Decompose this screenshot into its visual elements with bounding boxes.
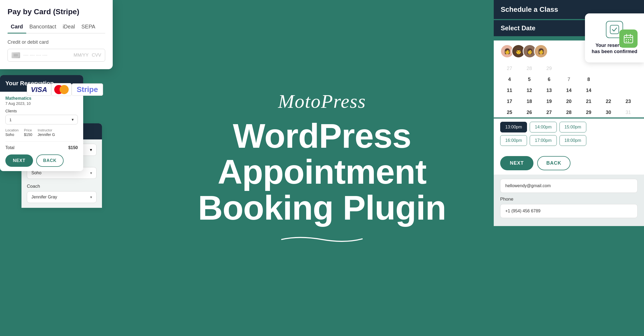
cal-week-3: 17 18 19 20 21 22 23 (500, 97, 638, 106)
tab-sepa[interactable]: SEPA (78, 22, 98, 33)
cal-cell: 28 (520, 64, 539, 73)
cal-cell (559, 64, 578, 73)
cal-cell[interactable]: 4 (500, 75, 519, 84)
res-service-name: Mathematics (5, 96, 78, 101)
cal-cell: 31 (619, 108, 638, 117)
time-slots: 13:00pm 14:00pm 15:00pm 16:00pm 17:00pm … (494, 119, 644, 152)
cal-week-2: 11 12 13 14 14 (500, 86, 638, 95)
cal-cell[interactable]: 14 (579, 86, 598, 95)
reservation-body: Mathematics 7 Aug 2023, 10 Clients 1 ▾ L… (0, 92, 83, 171)
card-input-row[interactable]: ···· ···· ···· ···· MM/YY CVV (8, 49, 105, 62)
res-action-buttons: NEXT BACK (5, 154, 78, 167)
cal-cell[interactable]: 27 (540, 108, 558, 117)
time-slot-1400[interactable]: 14:00pm (530, 122, 557, 132)
tab-ideal[interactable]: iDeal (60, 22, 78, 33)
location-meta: Location Soho (5, 128, 19, 137)
cal-cell (619, 75, 638, 84)
payment-tabs: Card Bancontact iDeal SEPA (8, 22, 105, 34)
svg-point-6 (626, 39, 627, 40)
svg-rect-1 (14, 54, 18, 56)
cal-cell (579, 64, 598, 73)
cal-cell (619, 64, 638, 73)
cal-cell[interactable]: 29 (579, 108, 598, 117)
time-slot-1500[interactable]: 15:00pm (559, 122, 586, 132)
time-slot-1700[interactable]: 17:00pm (530, 135, 557, 146)
cal-cell (599, 86, 618, 95)
coach-arrow-icon: ▾ (90, 195, 92, 199)
cal-cell[interactable]: 22 (599, 97, 618, 106)
time-row-2: 16:00pm 17:00pm 18:00pm (500, 135, 638, 146)
price-meta: Price $150 (24, 128, 32, 137)
cal-cell[interactable]: 20 (559, 97, 578, 106)
instructor-meta: Instructor Jennifer G (38, 128, 55, 137)
cal-cell[interactable]: 8 (579, 75, 598, 84)
cal-cell[interactable]: 12 (520, 86, 539, 95)
tab-bancontact[interactable]: Bancontact (26, 22, 60, 33)
right-panel: Schedule a Class Select Date 👩 👨 👩 👩 27 … (494, 0, 644, 226)
credit-debit-label: Credit or debit card (8, 39, 105, 45)
cal-cell[interactable]: 25 (500, 108, 519, 117)
svg-point-10 (628, 41, 629, 42)
time-slot-1300[interactable]: 13:00pm (500, 122, 527, 132)
tab-card[interactable]: Card (8, 22, 26, 33)
cal-cell[interactable]: 17 (500, 97, 519, 106)
cal-week-0: 27 28 29 (500, 64, 638, 73)
email-input[interactable]: hellowendy@gmail.com (500, 179, 638, 193)
card-mmyy: MM/YY (74, 53, 89, 58)
calendar-action-buttons: NEXT BACK (494, 152, 644, 175)
cal-cell[interactable]: 23 (619, 97, 638, 106)
calendar-back-button[interactable]: BACK (537, 156, 570, 170)
main-title: WordPress Appointment Booking Plugin (198, 118, 446, 226)
cal-cell (599, 75, 618, 84)
coach-select[interactable]: Jennifer Gray ▾ (27, 191, 97, 203)
coach-form-group: Coach Jennifer Gray ▾ (27, 184, 97, 203)
card-number-placeholder: ···· ···· ···· ···· (23, 53, 70, 58)
cal-cell[interactable]: 5 (520, 75, 539, 84)
total-row: Total $150 (5, 141, 78, 150)
res-date: 7 Aug 2023, 10 (5, 101, 78, 106)
phone-input[interactable]: +1 (954) 456 6789 (500, 204, 638, 218)
reservation-next-button[interactable]: NEXT (5, 154, 33, 167)
cal-cell (619, 86, 638, 95)
phone-label: Phone (500, 197, 638, 202)
cal-cell[interactable]: 11 (500, 86, 519, 95)
brand-name: MotoPress (198, 90, 446, 112)
cal-cell: 29 (540, 64, 558, 73)
cal-cell[interactable]: 30 (599, 108, 618, 117)
card-cvv: CVV (92, 53, 101, 58)
clients-select-arrow: ▾ (72, 117, 74, 122)
res-meta-row: Location Soho Price $150 Instructor Jenn… (5, 128, 78, 137)
svg-point-7 (628, 39, 629, 40)
pay-card-title: Pay by Card (Stripe) (8, 8, 105, 16)
cal-week-4: 25 26 27 28 29 30 31 (500, 108, 638, 117)
cal-cell[interactable]: 26 (520, 108, 539, 117)
mastercard-logo (51, 83, 72, 96)
cal-cell[interactable]: 21 (579, 97, 598, 106)
cal-cell (599, 64, 618, 73)
cal-week-1: 4 5 6 7 8 (500, 75, 638, 84)
cal-cell: 27 (500, 64, 519, 73)
pay-by-card-widget: Pay by Card (Stripe) Card Bancontact iDe… (0, 0, 113, 69)
cal-cell[interactable]: 19 (540, 97, 558, 106)
time-slot-1800[interactable]: 18:00pm (559, 135, 586, 146)
coach-label: Coach (27, 184, 97, 189)
location-arrow-icon: ▾ (90, 171, 92, 175)
clients-label: Clients (5, 109, 78, 113)
cal-cell-today[interactable]: 7 (559, 75, 578, 84)
cal-cell[interactable]: 6 (540, 75, 558, 84)
visa-logo: VISA (27, 84, 51, 96)
cal-cell[interactable]: 28 (559, 108, 578, 117)
time-slot-1600[interactable]: 16:00pm (500, 135, 527, 146)
cal-cell[interactable]: 18 (520, 97, 539, 106)
reservation-back-button[interactable]: BACK (36, 154, 64, 167)
cal-cell[interactable]: 14 (559, 86, 578, 95)
calendar-next-button[interactable]: NEXT (500, 156, 533, 170)
avatar-4: 👩 (534, 44, 548, 58)
clients-select[interactable]: 1 ▾ (5, 115, 78, 124)
card-chip-icon (12, 52, 20, 58)
payment-dropdown-arrow: ▾ (90, 147, 92, 152)
cal-cell[interactable]: 13 (540, 86, 558, 95)
swoosh-decoration (276, 234, 368, 245)
svg-point-9 (626, 41, 627, 42)
mc-orange-circle (60, 85, 69, 94)
